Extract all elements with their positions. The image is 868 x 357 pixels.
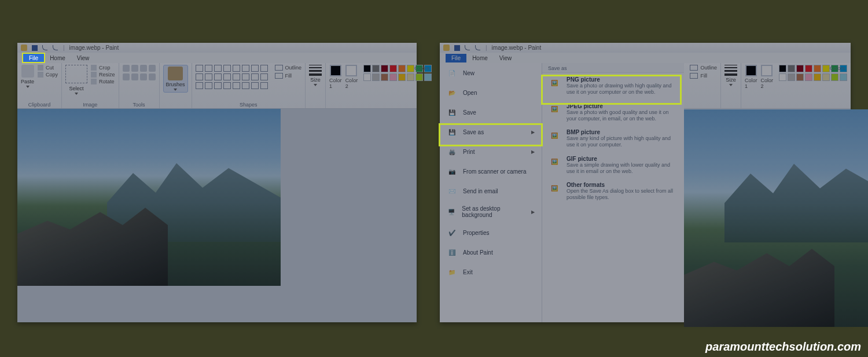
menu-properties[interactable]: ✔️Properties (440, 223, 542, 242)
palette-swatch[interactable] (805, 73, 812, 81)
tab-view[interactable]: View (494, 54, 518, 62)
separator: | (63, 45, 65, 51)
palette-swatch[interactable] (363, 65, 371, 72)
palette-swatch[interactable] (831, 73, 838, 81)
image-content (17, 199, 168, 286)
submenu-bmp[interactable]: 🖼️ BMP pictureSave any kind of picture w… (542, 126, 684, 152)
paste-button[interactable]: Paste (21, 65, 34, 88)
title-bar: | image.webp - Paint (440, 43, 851, 53)
submenu-other[interactable]: 🖼️ Other formatsOpen the Save As dialog … (542, 178, 684, 205)
brushes-button[interactable]: Brushes (163, 65, 188, 93)
menu-save[interactable]: 💾Save (440, 102, 542, 122)
palette-swatch[interactable] (840, 73, 847, 81)
tab-file[interactable]: File (446, 54, 466, 62)
menu-scanner[interactable]: 📷From scanner or camera (440, 161, 542, 181)
tab-bar: File Home View (440, 53, 851, 63)
palette-swatch[interactable] (363, 73, 371, 81)
crop-button[interactable]: Crop (91, 65, 115, 71)
tab-view[interactable]: View (71, 54, 95, 62)
size-button[interactable]: Size (309, 65, 322, 86)
copy-icon (38, 72, 43, 78)
submenu-arrow-icon: ▶ (531, 130, 535, 135)
canvas-area[interactable] (17, 109, 417, 322)
palette-swatch[interactable] (822, 73, 830, 81)
menu-desktop-bg[interactable]: 🖥️Set as desktop background▶ (440, 201, 542, 223)
tab-home[interactable]: Home (44, 54, 71, 62)
palette-swatch[interactable] (389, 65, 397, 72)
palette-swatch[interactable] (398, 73, 406, 81)
menu-about[interactable]: ℹ️About Paint (440, 242, 542, 262)
palette-swatch[interactable] (796, 73, 804, 81)
submenu-arrow-icon: ▶ (531, 149, 535, 154)
palette-swatch[interactable] (814, 65, 821, 72)
png-icon: 🖼️ (548, 76, 561, 89)
cut-button[interactable]: Cut (38, 65, 58, 71)
fill-button[interactable]: Fill (275, 73, 302, 79)
resize-button[interactable]: Resize (91, 72, 115, 78)
color2-swatch (761, 65, 773, 76)
color2-button[interactable]: Color 2 (760, 65, 773, 89)
palette-swatch[interactable] (805, 65, 812, 72)
palette-swatch[interactable] (407, 73, 414, 81)
submenu-jpeg[interactable]: 🖼️ JPEG pictureSave a photo with good qu… (542, 100, 684, 126)
undo-icon[interactable] (42, 45, 48, 51)
select-icon (65, 65, 87, 83)
title-bar: | image.webp - Paint (17, 43, 417, 53)
outline-button[interactable]: Outline (275, 65, 302, 71)
palette-swatch[interactable] (788, 73, 795, 81)
color2-button[interactable]: Color 2 (345, 65, 358, 89)
menu-exit[interactable]: 📁Exit (440, 262, 542, 282)
palette-swatch[interactable] (788, 65, 795, 72)
select-button[interactable]: Select (65, 65, 87, 95)
palette-swatch[interactable] (372, 73, 380, 81)
save-as-icon: 💾 (447, 127, 457, 137)
palette-swatch[interactable] (822, 65, 830, 72)
resize-icon (91, 72, 97, 78)
size-icon (309, 65, 322, 76)
rotate-button[interactable]: Rotate (91, 79, 115, 84)
menu-open[interactable]: 📂Open (440, 83, 542, 102)
palette-swatch[interactable] (381, 65, 388, 72)
palette-swatch[interactable] (779, 73, 786, 81)
palette-swatch[interactable] (424, 73, 432, 81)
palette-swatch[interactable] (415, 73, 423, 81)
palette-swatch[interactable] (381, 73, 388, 81)
save-icon[interactable] (32, 45, 38, 51)
color1-button[interactable]: Color 1 (745, 65, 757, 89)
paste-icon (21, 65, 34, 78)
palette-swatch[interactable] (398, 65, 406, 72)
undo-icon[interactable] (465, 45, 470, 51)
submenu-arrow-icon: ▶ (531, 209, 535, 215)
canvas-image (684, 109, 868, 327)
fill-button[interactable]: Fill (690, 73, 717, 79)
submenu-gif[interactable]: 🖼️ GIF pictureSave a simple drawing with… (542, 152, 684, 179)
menu-print[interactable]: 🖨️Print▶ (440, 142, 542, 161)
menu-save-as[interactable]: 💾Save as▶ (440, 122, 542, 142)
save-icon[interactable] (454, 45, 460, 51)
color2-swatch (345, 65, 357, 76)
size-button[interactable]: Size (724, 65, 737, 86)
outline-button[interactable]: Outline (690, 65, 717, 71)
palette-swatch[interactable] (372, 65, 380, 72)
tab-home[interactable]: Home (466, 54, 494, 62)
print-icon: 🖨️ (447, 146, 457, 157)
palette-swatch[interactable] (796, 65, 804, 72)
group-colors: Color 1 Color 2 Colors (741, 63, 851, 108)
redo-icon[interactable] (53, 45, 58, 51)
group-shapes-partial: Outline Fill (682, 63, 721, 108)
shapes-grid[interactable] (196, 65, 268, 89)
palette-swatch[interactable] (389, 73, 397, 81)
redo-icon[interactable] (475, 45, 481, 51)
copy-button[interactable]: Copy (38, 72, 58, 78)
group-image: Select Crop Resize Rotate Image (62, 63, 119, 108)
palette-swatch[interactable] (779, 65, 786, 72)
menu-email[interactable]: ✉️Send in email (440, 181, 542, 201)
palette-swatch[interactable] (814, 73, 821, 81)
palette-swatch[interactable] (407, 65, 414, 72)
menu-new[interactable]: 📄New (440, 63, 542, 83)
submenu-png[interactable]: 🖼️ PNG pictureSave a photo or drawing wi… (542, 73, 684, 100)
tab-file[interactable]: File (23, 54, 44, 62)
tools-grid[interactable] (123, 65, 156, 80)
window-title: image.webp - Paint (69, 45, 119, 51)
color1-button[interactable]: Color 1 (329, 65, 342, 89)
